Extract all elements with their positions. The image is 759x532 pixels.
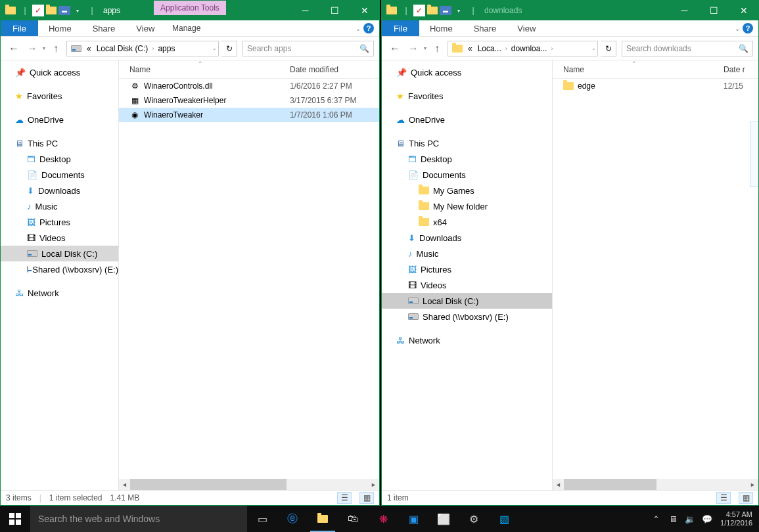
nav-local-disk-c[interactable]: Local Disk (C:) — [1, 246, 118, 261]
address-dropdown-icon[interactable]: ⌄ — [591, 45, 596, 51]
nav-documents[interactable]: 📄Documents — [1, 167, 118, 183]
tray-overflow-icon[interactable]: ⌃ — [649, 514, 662, 524]
refresh-button[interactable]: ↻ — [221, 41, 237, 56]
nav-onedrive[interactable]: ☁OneDrive — [1, 112, 118, 127]
ribbon-expand-icon[interactable]: ⌄ — [735, 25, 740, 32]
history-dropdown-icon[interactable]: ▾ — [43, 45, 45, 51]
qat-properties-icon[interactable]: ✓ — [413, 5, 425, 16]
settings-icon[interactable]: ⚙ — [459, 506, 489, 532]
maximize-button[interactable]: ☐ — [699, 1, 729, 20]
volume-icon[interactable]: 🔉 — [683, 514, 697, 524]
icons-view-button[interactable]: ▦ — [739, 492, 753, 504]
nav-shared-drive[interactable]: Shared (\\vboxsrv) (E:) — [1, 261, 118, 277]
qat-newfolder-icon[interactable] — [425, 3, 440, 18]
nav-x64[interactable]: x64 — [382, 214, 552, 230]
task-view-button[interactable]: ▭ — [247, 506, 277, 532]
nav-my-games[interactable]: My Games — [382, 183, 552, 198]
scroll-right-icon[interactable]: ► — [747, 479, 758, 490]
nav-desktop[interactable]: 🗔Desktop — [382, 151, 552, 167]
close-button[interactable]: ✕ — [729, 1, 758, 20]
file-row[interactable]: ⚙WinaeroControls.dll 1/6/2016 2:27 PM — [119, 79, 379, 93]
store-icon[interactable]: 🛍 — [338, 506, 368, 532]
icons-view-button[interactable]: ▦ — [359, 492, 374, 504]
notifications-icon[interactable]: 💬 — [701, 514, 714, 524]
close-button[interactable]: ✕ — [350, 1, 379, 20]
nav-network[interactable]: 🖧Network — [1, 285, 118, 301]
help-icon[interactable]: ? — [743, 23, 753, 33]
nav-my-new-folder[interactable]: My New folder — [382, 198, 552, 214]
breadcrumb-prefix[interactable]: « — [84, 44, 94, 53]
ribbon-expand-icon[interactable]: ⌄ — [356, 25, 361, 32]
nav-downloads[interactable]: ⬇Downloads — [382, 230, 552, 246]
home-tab[interactable]: Home — [419, 20, 463, 36]
column-date[interactable]: Date modified — [290, 65, 375, 74]
nav-desktop[interactable]: 🗔Desktop — [1, 151, 118, 167]
nav-pictures[interactable]: 🖼Pictures — [382, 261, 552, 277]
nav-downloads[interactable]: ⬇Downloads — [1, 183, 118, 198]
start-button[interactable] — [0, 506, 30, 532]
nav-network[interactable]: 🖧Network — [382, 332, 552, 348]
nav-pictures[interactable]: 🖼Pictures — [1, 214, 118, 230]
file-row[interactable]: ▦WinaeroTweakerHelper 3/17/2015 6:37 PM — [119, 93, 379, 108]
explorer-taskbar-icon[interactable] — [308, 506, 338, 532]
help-icon[interactable]: ? — [363, 23, 374, 33]
breadcrumb-item[interactable]: apps — [155, 44, 177, 53]
forward-button[interactable]: → — [24, 41, 40, 56]
nav-shared-drive[interactable]: Shared (\\vboxsrv) (E:) — [382, 309, 552, 324]
titlebar[interactable]: | ✓ ▬ ▾ | apps Application Tools ─ ☐ ✕ — [1, 1, 379, 20]
share-tab[interactable]: Share — [463, 20, 507, 36]
minimize-button[interactable]: ─ — [290, 1, 320, 20]
taskbar-search[interactable]: Search the web and Windows — [30, 506, 247, 532]
nav-documents[interactable]: 📄Documents — [382, 167, 552, 183]
search-icon[interactable]: 🔍 — [359, 44, 369, 53]
column-name[interactable]: Name — [119, 65, 290, 74]
details-view-button[interactable]: ☰ — [716, 492, 731, 504]
history-dropdown-icon[interactable]: ▾ — [424, 45, 426, 51]
refresh-button[interactable]: ↻ — [601, 41, 616, 56]
maximize-button[interactable]: ☐ — [320, 1, 350, 20]
forward-button[interactable]: → — [405, 41, 421, 56]
share-tab[interactable]: Share — [82, 20, 126, 36]
address-dropdown-icon[interactable]: ⌄ — [212, 45, 217, 51]
qat-custom-icon[interactable]: ▬ — [58, 6, 70, 15]
breadcrumb-item[interactable]: Local Disk (C:) — [94, 44, 151, 53]
chevron-right-icon[interactable]: › — [504, 45, 509, 52]
app-icon[interactable]: ▣ — [398, 506, 428, 532]
chevron-right-icon[interactable]: › — [150, 45, 155, 52]
column-headers[interactable]: ⌃ Name Date r — [553, 60, 758, 79]
back-button[interactable]: ← — [6, 41, 22, 56]
up-button[interactable]: ↑ — [48, 41, 64, 56]
titlebar[interactable]: | ✓ ▬ ▾ | downloads ─ ☐ ✕ — [382, 1, 758, 20]
address-bar[interactable]: « Local Disk (C:) › apps ⌄ — [66, 41, 219, 56]
nav-quick-access[interactable]: 📌Quick access — [1, 64, 118, 80]
qat-dropdown-icon[interactable]: ▾ — [451, 3, 466, 18]
edge-icon[interactable]: ⓔ — [277, 506, 308, 532]
file-row[interactable]: edge 12/15 — [553, 79, 758, 93]
manage-tab[interactable]: Manage — [154, 20, 219, 36]
network-icon[interactable]: 🖥 — [666, 514, 679, 524]
nav-music[interactable]: ♪Music — [382, 246, 552, 261]
horizontal-scrollbar[interactable]: ◄ ► — [553, 479, 758, 490]
column-name[interactable]: Name — [553, 65, 724, 74]
app-icon[interactable]: ▧ — [489, 506, 519, 532]
file-row-selected[interactable]: ◉WinaeroTweaker 1/7/2016 1:06 PM — [119, 108, 379, 122]
breadcrumb-item[interactable]: Loca... — [475, 44, 504, 53]
scroll-right-icon[interactable]: ► — [368, 479, 379, 490]
nav-videos[interactable]: 🎞Videos — [1, 230, 118, 246]
breadcrumb-prefix[interactable]: « — [465, 44, 475, 53]
taskbar-clock[interactable]: 4:57 AM 1/12/2016 — [718, 510, 755, 527]
scroll-left-icon[interactable]: ◄ — [119, 479, 130, 490]
column-headers[interactable]: ⌃ Name Date modified — [119, 60, 379, 79]
nav-favorites[interactable]: ★Favorites — [1, 88, 118, 104]
nav-favorites[interactable]: ★Favorites — [382, 88, 552, 104]
app-icon[interactable]: ⬜ — [428, 506, 459, 532]
up-button[interactable]: ↑ — [429, 41, 445, 56]
view-tab[interactable]: View — [507, 20, 546, 36]
breadcrumb-item[interactable]: downloa... — [509, 44, 550, 53]
details-view-button[interactable]: ☰ — [337, 492, 352, 504]
chevron-right-icon[interactable]: › — [549, 45, 554, 52]
nav-music[interactable]: ♪Music — [1, 198, 118, 214]
back-button[interactable]: ← — [387, 41, 403, 56]
app-icon[interactable]: ❋ — [368, 506, 398, 532]
qat-newfolder-icon[interactable] — [44, 3, 58, 18]
